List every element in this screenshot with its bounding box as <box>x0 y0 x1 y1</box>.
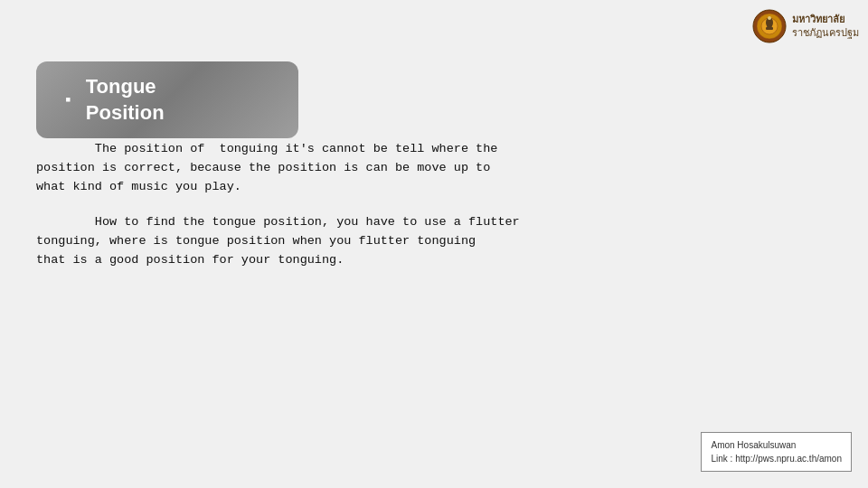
title-bullet-icon: ▪ <box>63 91 73 109</box>
content-area: The position of tonguing it's cannot be … <box>36 140 832 286</box>
university-emblem-icon <box>752 9 787 43</box>
paragraph-2: How to find the tongue position, you hav… <box>36 213 832 270</box>
university-logo: มหาวิทยาลัย ราชภัฏนครปฐม <box>752 9 859 43</box>
svg-rect-4 <box>766 27 773 30</box>
university-name-line1: มหาวิทยาลัย <box>792 13 859 26</box>
paragraph-1-text: The position of tonguing it's cannot be … <box>36 140 832 197</box>
title-text: Tongue Position <box>86 74 165 126</box>
page-container: มหาวิทยาลัย ราชภัฏนครปฐม ▪ Tongue Positi… <box>0 0 868 488</box>
paragraph-2-text: How to find the tongue position, you hav… <box>36 213 832 270</box>
credit-name: Amon Hosakulsuwan <box>711 438 842 452</box>
credit-box: Amon Hosakulsuwan Link : http://pws.npru… <box>701 432 852 472</box>
credit-link: Link : http://pws.npru.ac.th/amon <box>711 452 842 465</box>
paragraph-1: The position of tonguing it's cannot be … <box>36 140 832 197</box>
university-name: มหาวิทยาลัย ราชภัฏนครปฐม <box>792 13 859 41</box>
university-name-line2: ราชภัฏนครปฐม <box>792 26 859 40</box>
svg-rect-5 <box>768 16 771 20</box>
title-line1: Tongue <box>86 75 156 98</box>
title-line2: Position <box>86 101 165 124</box>
title-box: ▪ Tongue Position <box>36 61 298 138</box>
